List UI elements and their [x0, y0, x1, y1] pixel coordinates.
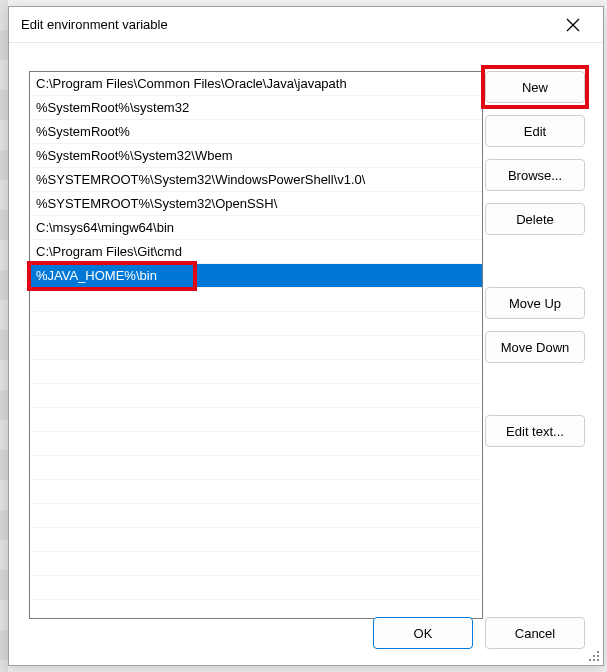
list-item-empty[interactable]: [30, 504, 482, 528]
list-item[interactable]: C:\msys64\mingw64\bin: [30, 216, 482, 240]
list-item[interactable]: %SystemRoot%\System32\Wbem: [30, 144, 482, 168]
list-item-empty[interactable]: [30, 456, 482, 480]
side-buttons: New Edit Browse... Delete Move Up Move D…: [485, 71, 585, 447]
path-list[interactable]: C:\Program Files\Common Files\Oracle\Jav…: [29, 71, 483, 619]
list-item[interactable]: C:\Program Files\Git\cmd: [30, 240, 482, 264]
list-item[interactable]: %SystemRoot%\system32: [30, 96, 482, 120]
edit-env-variable-dialog: Edit environment variable C:\Program Fil…: [8, 6, 604, 666]
list-item[interactable]: %SYSTEMROOT%\System32\OpenSSH\: [30, 192, 482, 216]
list-item-empty[interactable]: [30, 288, 482, 312]
list-item-empty[interactable]: [30, 432, 482, 456]
edit-button[interactable]: Edit: [485, 115, 585, 147]
move-down-button[interactable]: Move Down: [485, 331, 585, 363]
list-item-empty[interactable]: [30, 336, 482, 360]
dialog-title: Edit environment variable: [21, 17, 551, 32]
list-item[interactable]: %JAVA_HOME%\bin: [30, 264, 482, 288]
resize-grip[interactable]: [585, 647, 599, 661]
bottom-buttons: OK Cancel: [373, 617, 585, 649]
background-edge: [0, 0, 8, 672]
list-item-empty[interactable]: [30, 480, 482, 504]
list-item-empty[interactable]: [30, 528, 482, 552]
close-button[interactable]: [551, 11, 595, 39]
browse-button[interactable]: Browse...: [485, 159, 585, 191]
list-item-empty[interactable]: [30, 576, 482, 600]
ok-button[interactable]: OK: [373, 617, 473, 649]
list-item[interactable]: %SYSTEMROOT%\System32\WindowsPowerShell\…: [30, 168, 482, 192]
list-item-empty[interactable]: [30, 312, 482, 336]
list-item-empty[interactable]: [30, 552, 482, 576]
edit-text-button[interactable]: Edit text...: [485, 415, 585, 447]
list-item-empty[interactable]: [30, 384, 482, 408]
cancel-button[interactable]: Cancel: [485, 617, 585, 649]
delete-button[interactable]: Delete: [485, 203, 585, 235]
list-item-empty[interactable]: [30, 408, 482, 432]
titlebar: Edit environment variable: [9, 7, 603, 43]
list-item[interactable]: %SystemRoot%: [30, 120, 482, 144]
list-item-empty[interactable]: [30, 360, 482, 384]
list-item[interactable]: C:\Program Files\Common Files\Oracle\Jav…: [30, 72, 482, 96]
move-up-button[interactable]: Move Up: [485, 287, 585, 319]
close-icon: [566, 18, 580, 32]
spacer: [485, 247, 585, 275]
dialog-body: C:\Program Files\Common Files\Oracle\Jav…: [9, 43, 603, 665]
spacer: [485, 375, 585, 403]
new-button[interactable]: New: [485, 71, 585, 103]
